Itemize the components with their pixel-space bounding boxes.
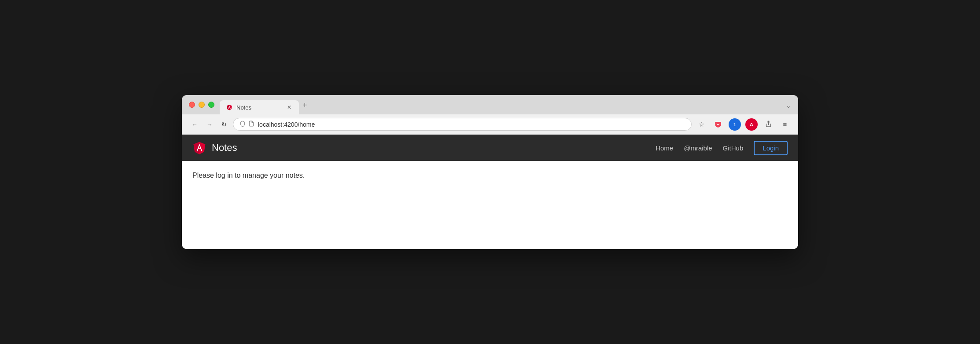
angular-logo-icon [192, 141, 206, 155]
main-message: Please log in to manage your notes. [192, 172, 788, 179]
share-icon [765, 121, 772, 128]
menu-button[interactable]: ≡ [779, 118, 791, 131]
tab-title: Notes [236, 104, 282, 111]
share-button[interactable] [762, 118, 774, 131]
minimize-button[interactable] [199, 102, 205, 108]
new-tab-button[interactable]: + [299, 101, 311, 114]
shield-icon [239, 121, 246, 128]
onepassword-button[interactable]: 1 [729, 118, 741, 131]
onepassword-icon: 1 [733, 122, 736, 127]
page-icon [248, 121, 254, 128]
back-arrow-icon: ← [192, 121, 198, 128]
app-title: Notes [212, 142, 237, 154]
main-content: Please log in to manage your notes. [182, 161, 798, 249]
browser-window: Notes ✕ + ⌄ ← → ↻ [182, 95, 798, 249]
traffic-lights [189, 102, 214, 113]
tab-spacer [311, 109, 786, 114]
tab-close-button[interactable]: ✕ [286, 104, 293, 111]
refresh-button[interactable]: ↻ [219, 119, 229, 130]
active-tab[interactable]: Notes ✕ [220, 100, 299, 114]
angular-extension-button[interactable]: A [745, 118, 758, 131]
app-navbar: Notes Home @mraible GitHub Login [182, 135, 798, 161]
address-bar-icons [239, 121, 254, 128]
star-button[interactable]: ☆ [695, 118, 707, 131]
angular-extension-icon: A [750, 122, 753, 127]
close-button[interactable] [189, 102, 195, 108]
maximize-button[interactable] [208, 102, 214, 108]
forward-arrow-icon: → [206, 121, 213, 128]
nav-home-link[interactable]: Home [656, 144, 673, 152]
pocket-button[interactable] [712, 118, 724, 131]
refresh-icon: ↻ [221, 121, 227, 128]
login-button[interactable]: Login [754, 141, 788, 155]
app-nav-links: Home @mraible GitHub Login [656, 141, 788, 155]
nav-github-link[interactable]: GitHub [723, 144, 744, 152]
hamburger-icon: ≡ [783, 121, 787, 128]
app-container: Notes Home @mraible GitHub Login Please … [182, 135, 798, 249]
pocket-icon [715, 121, 722, 128]
title-bar: Notes ✕ + ⌄ [182, 95, 798, 114]
toolbar-icons: ☆ 1 A [695, 118, 791, 131]
address-text: localhost:4200/home [258, 121, 685, 128]
address-bar[interactable]: localhost:4200/home [233, 118, 692, 131]
back-button[interactable]: ← [189, 119, 200, 130]
app-brand: Notes [192, 141, 656, 155]
star-icon: ☆ [699, 121, 704, 128]
tabs-dropdown-button[interactable]: ⌄ [786, 102, 791, 114]
tabs-area: Notes ✕ + ⌄ [220, 100, 791, 114]
tab-favicon [226, 104, 233, 111]
forward-button[interactable]: → [204, 119, 215, 130]
nav-bar: ← → ↻ localhost:42 [182, 114, 798, 135]
nav-twitter-link[interactable]: @mraible [684, 144, 712, 152]
angular-favicon-icon [226, 104, 232, 110]
